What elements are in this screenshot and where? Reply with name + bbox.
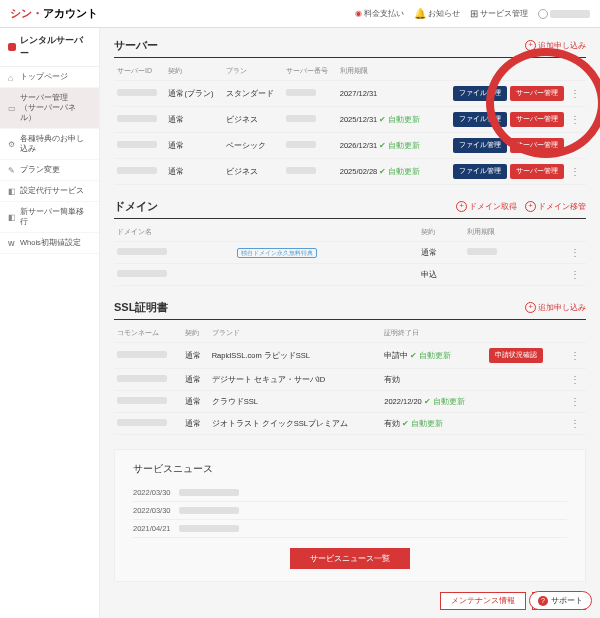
table-row: 通常ベーシック2026/12/31 ✔ 自動更新ファイル管理サーバー管理⋮ <box>114 133 586 159</box>
news-title: サービスニュース <box>133 462 567 476</box>
doc-icon <box>8 187 16 195</box>
news-row[interactable]: 2021/04/21 <box>133 520 567 538</box>
plus-icon <box>525 201 536 212</box>
row-menu[interactable]: ⋮ <box>567 166 583 177</box>
file-button[interactable]: ファイル管理 <box>453 164 507 179</box>
panel-button[interactable]: サーバー管理 <box>510 164 564 179</box>
plus-icon <box>456 201 467 212</box>
row-menu[interactable]: ⋮ <box>567 269 583 280</box>
server-title: サーバー <box>114 38 158 53</box>
table-row: 独自ドメイン永久無料特典通常⋮ <box>114 242 586 264</box>
row-menu[interactable]: ⋮ <box>567 350 583 361</box>
row-menu[interactable]: ⋮ <box>567 114 583 125</box>
domain-section: ドメイン ドメイン取得 ドメイン移管 ドメイン名 契約 利用期限 独自ドメイン永… <box>114 199 586 286</box>
news-row[interactable]: 2022/03/30 <box>133 484 567 502</box>
table-row: 通常ビジネス2025/02/28 ✔ 自動更新ファイル管理サーバー管理⋮ <box>114 159 586 185</box>
table-row: 通常(プラン)スタンダード2027/12/31 ファイル管理サーバー管理⋮ <box>114 81 586 107</box>
table-row: 通常ジオトラスト クイックSSLプレミアム有効 ✔ 自動更新⋮ <box>114 413 586 435</box>
table-row: 通常ビジネス2025/12/31 ✔ 自動更新ファイル管理サーバー管理⋮ <box>114 107 586 133</box>
file-button[interactable]: ファイル管理 <box>453 112 507 127</box>
sidebar-item-migrate[interactable]: 新サーバー簡単移行 <box>0 202 99 233</box>
main: サーバー 追加申し込み サーバーID 契約 プラン サーバー番号 利用期限 通常… <box>100 28 600 618</box>
sidebar-title: レンタルサーバー <box>0 28 99 67</box>
news-all-button[interactable]: サービスニュース一覧 <box>290 548 410 569</box>
user-menu[interactable] <box>538 9 590 19</box>
bell-icon: 🔔 <box>414 8 426 19</box>
domain-move[interactable]: ドメイン移管 <box>525 201 586 212</box>
server-icon <box>8 104 16 112</box>
pen-icon <box>8 166 16 174</box>
apply-status-button[interactable]: 申請状況確認 <box>489 348 543 363</box>
support-button[interactable]: ?サポート <box>529 591 592 610</box>
ssl-table: コモンネーム 契約 ブランド 証明終了日 通常RapidSSL.com ラピッド… <box>114 324 586 435</box>
panel-button[interactable]: サーバー管理 <box>510 112 564 127</box>
panel-button[interactable]: サーバー管理 <box>510 86 564 101</box>
sidebar-item-whois[interactable]: Whois初期値設定 <box>0 233 99 254</box>
table-row: 通常デジサート セキュア・サーバID有効 ⋮ <box>114 369 586 391</box>
domain-title: ドメイン <box>114 199 158 214</box>
panel-button[interactable]: サーバー管理 <box>510 138 564 153</box>
support-icon: ? <box>538 596 548 606</box>
service-link[interactable]: ⊞サービス管理 <box>470 8 528 19</box>
news-section: サービスニュース 2022/03/302022/03/302021/04/21 … <box>114 449 586 582</box>
table-row: 通常RapidSSL.com ラピッドSSL申請中 ✔ 自動更新申請状況確認⋮ <box>114 343 586 369</box>
table-row: 通常クラウドSSL2022/12/20 ✔ 自動更新⋮ <box>114 391 586 413</box>
sidebar-item-server[interactable]: サーバー管理 （サーバーパネル） <box>0 88 99 129</box>
ssl-add[interactable]: 追加申し込み <box>525 302 586 313</box>
sidebar-item-proxy[interactable]: 設定代行サービス <box>0 181 99 202</box>
file-button[interactable]: ファイル管理 <box>453 138 507 153</box>
plus-icon <box>525 302 536 313</box>
file-button[interactable]: ファイル管理 <box>453 86 507 101</box>
domain-table: ドメイン名 契約 利用期限 独自ドメイン永久無料特典通常⋮ 申込⋮ <box>114 223 586 286</box>
grid-icon: ⊞ <box>470 8 478 19</box>
sidebar-item-special[interactable]: 各種特典のお申し込み <box>0 129 99 160</box>
server-table: サーバーID 契約 プラン サーバー番号 利用期限 通常(プラン)スタンダード2… <box>114 62 586 185</box>
user-icon <box>538 9 548 19</box>
ssl-section: SSL証明書 追加申し込み コモンネーム 契約 ブランド 証明終了日 通常Rap… <box>114 300 586 435</box>
server-section: サーバー 追加申し込み サーバーID 契約 プラン サーバー番号 利用期限 通常… <box>114 38 586 185</box>
fee-link[interactable]: ◉料金支払い <box>355 8 404 19</box>
row-menu[interactable]: ⋮ <box>567 396 583 407</box>
sidebar: レンタルサーバー トップページ サーバー管理 （サーバーパネル） 各種特典のお申… <box>0 28 100 618</box>
logo: シン・アカウント <box>10 6 98 21</box>
notice-link[interactable]: 🔔お知らせ <box>414 8 460 19</box>
domain-get[interactable]: ドメイン取得 <box>456 201 517 212</box>
ssl-title: SSL証明書 <box>114 300 168 315</box>
sidebar-item-plan[interactable]: プラン変更 <box>0 160 99 181</box>
whois-icon <box>8 239 16 247</box>
plus-icon <box>525 40 536 51</box>
home-icon <box>8 73 16 81</box>
row-menu[interactable]: ⋮ <box>567 418 583 429</box>
row-menu[interactable]: ⋮ <box>567 140 583 151</box>
row-menu[interactable]: ⋮ <box>567 88 583 99</box>
server-add[interactable]: 追加申し込み <box>525 40 586 51</box>
maint-link[interactable]: メンテナンス情報 <box>440 592 526 610</box>
sidebar-item-top[interactable]: トップページ <box>0 67 99 88</box>
news-row[interactable]: 2022/03/30 <box>133 502 567 520</box>
row-menu[interactable]: ⋮ <box>567 374 583 385</box>
header: シン・アカウント ◉料金支払い 🔔お知らせ ⊞サービス管理 <box>0 0 600 28</box>
gear-icon <box>8 140 16 148</box>
row-menu[interactable]: ⋮ <box>567 247 583 258</box>
table-row: 申込⋮ <box>114 264 586 286</box>
migrate-icon <box>8 213 16 221</box>
